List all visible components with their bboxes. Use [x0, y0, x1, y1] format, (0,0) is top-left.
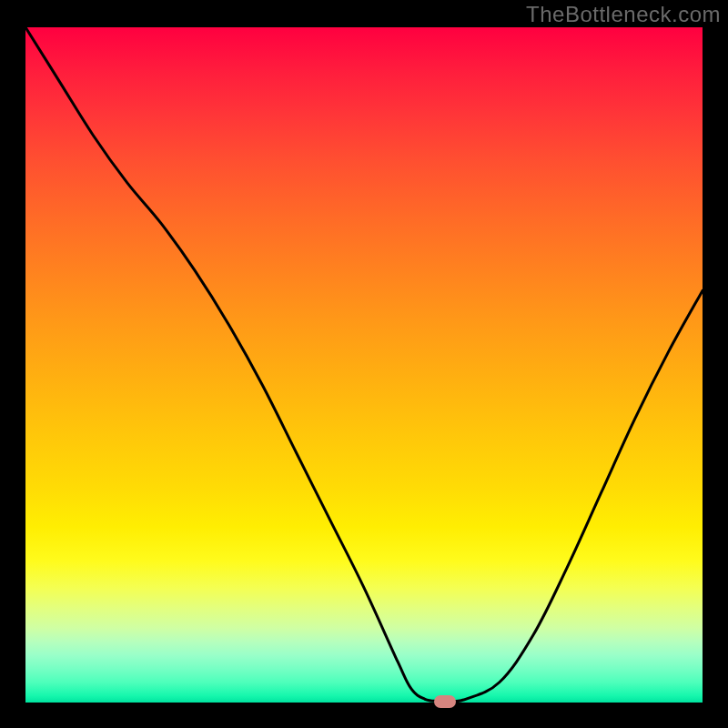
curve-svg [25, 27, 703, 703]
plot-area [25, 27, 703, 703]
chart-frame: TheBottleneck.com [0, 0, 728, 728]
watermark-text: TheBottleneck.com [526, 2, 721, 27]
optimal-marker [434, 695, 456, 708]
bottleneck-curve [25, 27, 703, 702]
